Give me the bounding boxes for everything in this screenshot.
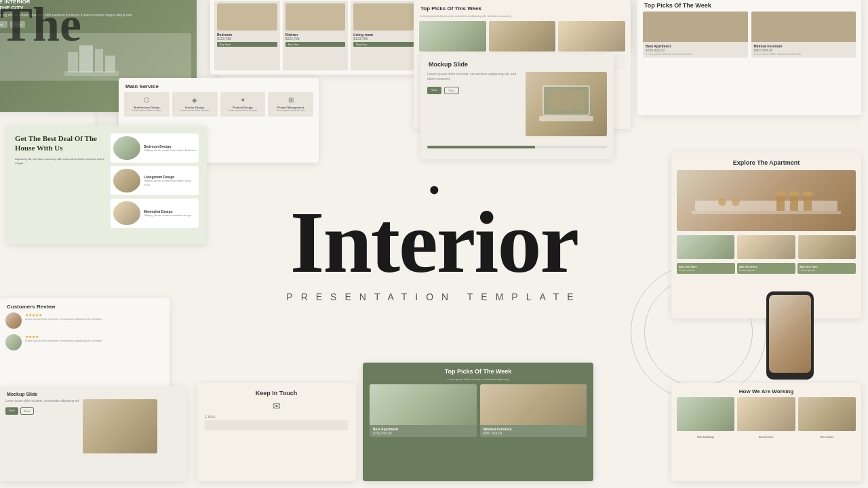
architecture-desc: Lorem ipsum dolor sit amet: [127, 109, 167, 113]
deal-title: Get The Best Deal Of The House With Us: [15, 134, 111, 153]
design-img-minimal: [113, 201, 140, 225]
email-input-visual[interactable]: [205, 420, 348, 430]
product-item-2: Minimal Furniture $987,654.00 Lorem ipsu…: [751, 12, 856, 58]
how-label-1: New Buildings: [677, 435, 734, 439]
product-item-1: Best Apartment $789,456.00 Lorem ipsum d…: [643, 12, 748, 58]
interior-icon: ◈: [175, 96, 215, 104]
review-avatar-1: [5, 312, 22, 329]
apartment-illustration: [682, 174, 851, 228]
laptop-illustration: [536, 82, 597, 126]
product-grid-card: Top Picks Of The Week Best Apartment $78…: [637, 0, 861, 115]
svg-rect-15: [539, 116, 593, 121]
mockup-b-view-btn[interactable]: View: [5, 407, 18, 415]
service-item-product: ✦ Product Design Lorem ipsum dolor sit a…: [220, 92, 266, 117]
top-picks-bottom-card: Top Picks Of The Week Lorem ipsum dolor …: [363, 363, 593, 481]
explore-apartment-card: Explore The Apartment: [671, 152, 861, 319]
review-header: Customers Review: [0, 298, 170, 312]
center-title-block: Interior PRESENTATION TEMPLATE: [286, 186, 581, 302]
how-img-1: [677, 397, 734, 431]
design-card-living: Livingroom Design Helping clients create…: [111, 166, 199, 195]
svg-point-19: [718, 198, 726, 206]
explore-add-val-2: Lorem ipsum: [739, 268, 793, 272]
mockup-view-btn[interactable]: View: [427, 87, 441, 94]
email-label: E MAIL: [205, 415, 348, 419]
tpr-img-1: [419, 21, 486, 52]
how-img-3: [798, 397, 856, 431]
explore-main-img: [677, 170, 856, 231]
phone-mockup: [766, 291, 814, 380]
review-avatar-2: [5, 334, 22, 350]
explore-add-1: Add Text Here Lorem ipsum: [677, 263, 735, 274]
design-desc-minimal: Helping clients create minimalist design: [144, 214, 191, 217]
mockup-header: Mockup Slide: [420, 54, 614, 72]
mockup-b-rent-btn[interactable]: Rent: [20, 407, 34, 415]
product-desc: Lorem ipsum dolor sit amet: [223, 109, 263, 113]
mockup-b-sub: Lorem ipsum dolor sit amet, consectetur …: [5, 399, 79, 403]
how-img-2: [737, 397, 795, 431]
bedroom-price: $123,765: [217, 37, 277, 41]
rooms-grid-card: Bedroom $123,765 Buy Now Kitchen $222,76…: [210, 0, 420, 75]
picks-sub: Lorem ipsum dolor sit amet, consectetur …: [363, 378, 593, 381]
design-card-bedroom: Bedroom Design Helping clients create th…: [111, 134, 199, 163]
the-label: The: [0, 0, 81, 49]
pick-img-2: [480, 384, 587, 425]
picks-header: Top Picks Of The Week: [363, 363, 593, 378]
kitchen-buy-btn[interactable]: Buy Now: [285, 42, 346, 47]
mockup-rent-btn[interactable]: Rent: [444, 87, 459, 94]
svg-rect-11: [105, 56, 115, 73]
design-img-bedroom: [113, 136, 140, 160]
pick-price-2: $987,654.00: [484, 431, 584, 435]
svg-point-26: [802, 191, 813, 197]
explore-add-3: Add Text Here Lorem ipsum: [797, 263, 856, 274]
mockup-progress: [427, 146, 607, 148]
review-stars-2: ★★★★: [25, 334, 102, 339]
subtitle: PRESENTATION TEMPLATE: [286, 291, 581, 302]
review-item-2: ★★★★ Lorem ipsum dolor sit amet, consect…: [5, 334, 164, 350]
svg-rect-10: [95, 49, 103, 73]
mockup-sub: Lorem ipsum dolor sit amet, consectetur …: [427, 72, 521, 81]
explore-thumb-2: [737, 235, 795, 259]
explore-add-2: Add Text Here Lorem ipsum: [737, 263, 795, 274]
how-working-card: How We Are Working New Buildings Archite…: [671, 383, 861, 481]
pick-item-1: Best Apartment $789,456.00: [370, 384, 477, 437]
product-text-2: Lorem ipsum dolor sit amet consectetur: [754, 52, 854, 56]
explore-thumb-1: [677, 235, 734, 259]
svg-point-20: [732, 198, 740, 206]
pick-item-2: Minimal Furniture $987,654.00: [480, 384, 587, 437]
service-item-management: ⊞ Project Management Lorem ipsum dolor s…: [268, 92, 313, 117]
service-header: Main Service: [119, 78, 319, 92]
how-label-2: Architecture: [737, 435, 795, 439]
kitchen-room-item: Kitchen $222,765 Buy Now: [283, 1, 349, 70]
review-text-2: Lorem ipsum dolor sit amet, consectetur …: [25, 339, 102, 342]
mockup-bottom-card: Mockup Slide Lorem ipsum dolor sit amet,…: [0, 386, 186, 481]
review-text-1: Lorem ipsum dolor sit amet, consectetur …: [25, 317, 102, 321]
design-img-living: [113, 169, 140, 192]
living-buy-btn[interactable]: Buy Now: [353, 42, 414, 47]
svg-rect-16: [548, 90, 585, 110]
interior-desc: Lorem ipsum dolor sit amet: [175, 109, 215, 113]
explore-add-val-1: Lorem ipsum: [679, 268, 733, 272]
mockup-b-header: Mockup Slide: [0, 386, 186, 399]
keep-touch-card: Keep In Touch ✉ E MAIL: [197, 383, 356, 481]
explore-header: Explore The Apartment: [671, 152, 861, 170]
customer-review-card: Customers Review ★★★★★ Lorem ipsum dolor…: [0, 298, 170, 396]
living-img: [353, 3, 414, 30]
service-item-architecture: ⬡ Architecture Design Lorem ipsum dolor …: [124, 92, 170, 117]
design-card-minimal: Minimalist Design Helping clients create…: [111, 199, 199, 228]
review-stars-1: ★★★★★: [25, 312, 102, 317]
living-room-item: Living room $123,765 Buy Now: [351, 1, 416, 70]
main-title: Interior: [286, 198, 581, 286]
kitchen-img: [285, 3, 346, 30]
review-item-1: ★★★★★ Lorem ipsum dolor sit amet, consec…: [5, 312, 164, 329]
bedroom-buy-btn[interactable]: Buy Now: [217, 42, 277, 47]
bedroom-img: [217, 3, 277, 30]
tpr-text: Lorem ipsum dolor sit amet, consectetur …: [414, 14, 631, 21]
living-price: $123,765: [353, 37, 414, 41]
mockup-center-card: Mockup Slide Lorem ipsum dolor sit amet,…: [420, 54, 614, 159]
svg-rect-9: [79, 45, 93, 73]
explore-add-val-3: Lorem ipsum: [800, 268, 854, 272]
mockup-laptop-img: [526, 72, 607, 136]
product-grid-header: Top Picks Of The Week: [637, 0, 861, 12]
keep-touch-header: Keep In Touch: [197, 383, 356, 401]
kitchen-price: $222,765: [285, 37, 346, 41]
